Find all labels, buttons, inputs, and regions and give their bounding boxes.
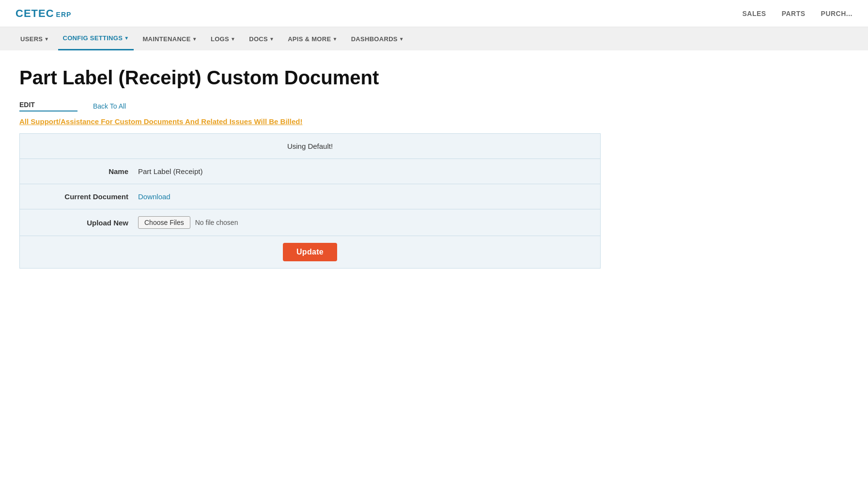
apis-arrow-icon: ▼ (332, 36, 337, 42)
dashboards-arrow-icon: ▼ (399, 36, 404, 42)
nav-docs[interactable]: DOCS ▼ (244, 27, 279, 50)
current-doc-label: Current Document (31, 192, 138, 201)
name-label: Name (31, 167, 138, 175)
logo-cetec: CETEC (16, 7, 54, 20)
nav-config-settings[interactable]: CONFIG SETTINGS ▼ (58, 27, 134, 50)
using-default-row: Using Default! (20, 134, 600, 159)
current-doc-row: Current Document Download (20, 184, 600, 209)
edit-tab[interactable]: EDIT (19, 101, 78, 111)
page-content: Part Label (Receipt) Custom Document EDI… (0, 50, 678, 284)
top-nav-parts[interactable]: PARTS (782, 10, 806, 17)
logs-arrow-icon: ▼ (231, 36, 235, 42)
top-nav-sales[interactable]: SALES (742, 10, 766, 17)
logo: CETEC ERP (16, 7, 71, 20)
docs-arrow-icon: ▼ (269, 36, 274, 42)
file-input-wrapper: Choose Files No file chosen (138, 216, 238, 229)
choose-files-button[interactable]: Choose Files (138, 216, 190, 229)
nav-dashboards[interactable]: DASHBOARDS ▼ (346, 27, 409, 50)
action-row: EDIT Back To All (19, 101, 659, 111)
secondary-nav: USERS ▼ CONFIG SETTINGS ▼ MAINTENANCE ▼ … (0, 27, 868, 50)
config-arrow-icon: ▼ (124, 35, 129, 41)
nav-apis-more[interactable]: APIS & MORE ▼ (283, 27, 342, 50)
users-arrow-icon: ▼ (44, 36, 49, 42)
update-button[interactable]: Update (283, 243, 337, 261)
top-bar: CETEC ERP SALES PARTS PURCH... (0, 0, 868, 27)
top-nav-purch[interactable]: PURCH... (821, 10, 852, 17)
maintenance-arrow-icon: ▼ (192, 36, 197, 42)
back-to-all-link[interactable]: Back To All (93, 102, 126, 110)
logo-erp: ERP (56, 11, 72, 18)
upload-label: Upload New (31, 219, 138, 227)
no-file-text: No file chosen (195, 219, 238, 226)
nav-users[interactable]: USERS ▼ (16, 27, 54, 50)
info-panel: Using Default! Name Part Label (Receipt)… (19, 133, 601, 269)
name-value: Part Label (Receipt) (138, 167, 202, 175)
name-row: Name Part Label (Receipt) (20, 159, 600, 184)
update-row: Update (20, 236, 600, 268)
nav-maintenance[interactable]: MAINTENANCE ▼ (138, 27, 202, 50)
top-nav: SALES PARTS PURCH... (742, 10, 852, 17)
nav-logs[interactable]: LOGS ▼ (206, 27, 240, 50)
page-title: Part Label (Receipt) Custom Document (19, 66, 659, 89)
upload-new-row: Upload New Choose Files No file chosen (20, 209, 600, 236)
warning-text[interactable]: All Support/Assistance For Custom Docume… (19, 117, 659, 126)
download-link[interactable]: Download (138, 192, 170, 201)
using-default-text: Using Default! (287, 142, 333, 150)
